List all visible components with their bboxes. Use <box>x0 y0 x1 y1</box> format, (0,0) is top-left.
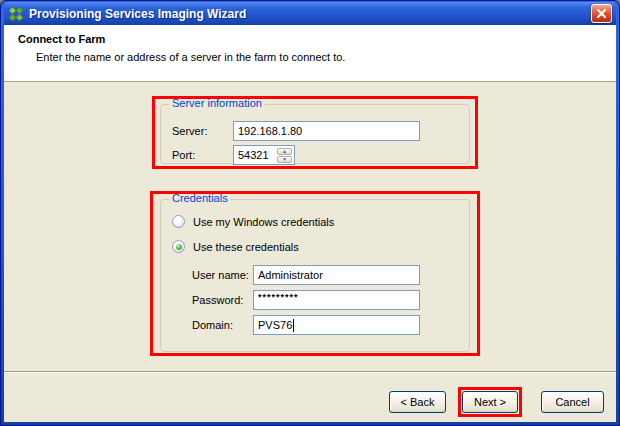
radio-windows-credentials[interactable] <box>172 215 185 228</box>
username-input[interactable]: Administrator <box>253 265 420 285</box>
close-icon <box>596 8 607 19</box>
dialog-body: Connect to Farm Enter the name or addres… <box>4 25 616 422</box>
radio-windows-credentials-label[interactable]: Use my Windows credentials <box>193 215 334 229</box>
server-value: 192.168.1.80 <box>238 125 302 137</box>
spin-up-icon[interactable]: ▲ <box>277 148 292 155</box>
cancel-button[interactable]: Cancel <box>541 391 604 413</box>
page-title: Connect to Farm <box>18 33 105 45</box>
port-input[interactable]: 54321 ▲ ▼ <box>233 145 295 165</box>
wizard-window: Provisioning Services Imaging Wizard Con… <box>0 0 620 426</box>
credentials-group-title: Credentials <box>169 192 231 204</box>
page-subtitle: Enter the name or address of a server in… <box>36 51 345 63</box>
titlebar: Provisioning Services Imaging Wizard <box>4 2 616 25</box>
port-label: Port: <box>172 148 195 162</box>
server-input[interactable]: 192.168.1.80 <box>233 121 420 141</box>
domain-label: Domain: <box>192 318 233 332</box>
footer-divider <box>4 371 616 373</box>
server-label: Server: <box>172 124 207 138</box>
radio-these-credentials[interactable] <box>172 240 185 253</box>
window-title: Provisioning Services Imaging Wizard <box>29 7 591 21</box>
password-label: Password: <box>192 293 243 307</box>
radio-selected-dot <box>176 244 182 250</box>
wizard-header: Connect to Farm Enter the name or addres… <box>4 25 616 82</box>
app-icon <box>8 6 24 22</box>
port-spinner: ▲ ▼ <box>277 148 292 162</box>
text-caret <box>293 319 294 332</box>
password-value: ********* <box>258 292 299 302</box>
domain-input[interactable]: PVS76 <box>253 315 420 335</box>
port-value: 54321 <box>238 149 269 161</box>
domain-value: PVS76 <box>258 319 292 331</box>
spin-down-icon[interactable]: ▼ <box>277 156 292 163</box>
username-value: Administrator <box>258 269 323 281</box>
next-button[interactable]: Next > <box>462 391 518 413</box>
close-button[interactable] <box>591 4 612 23</box>
server-group-title: Server information <box>169 97 265 109</box>
back-button[interactable]: < Back <box>389 391 446 413</box>
radio-these-credentials-label[interactable]: Use these credentials <box>193 240 299 254</box>
username-label: User name: <box>192 268 249 282</box>
password-input[interactable]: ********* <box>253 290 420 310</box>
